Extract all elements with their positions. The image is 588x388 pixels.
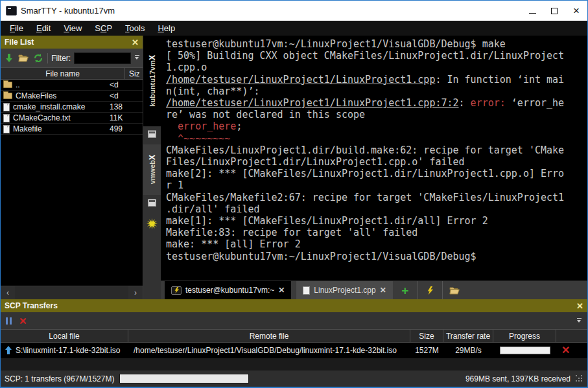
status-traffic-text: 969MB sent, 1397KB received [465, 374, 570, 383]
app-window: SmarTTY - kubuntu17vm × FileEditViewSCPT… [0, 0, 588, 388]
scroll-left-icon[interactable]: ‹ [1, 286, 15, 299]
scp-transfers-panel: SCP Transfers ✕ ✕ Local file Remote file… [1, 299, 587, 371]
download-button[interactable] [3, 53, 15, 63]
toolbar-overflow-icon[interactable] [134, 55, 140, 61]
scp-close-icon[interactable]: ✕ [576, 302, 583, 310]
file-size: 499 [110, 124, 125, 133]
column-spacer [556, 330, 587, 342]
terminal-line: n(int, char**)’: [166, 86, 587, 97]
maximize-icon [551, 8, 558, 14]
session-tab-label: vmweb [148, 160, 156, 184]
column-remote-file[interactable]: Remote file [128, 330, 410, 342]
cancel-row-icon[interactable]: ✕ [561, 345, 570, 356]
minimize-button[interactable] [521, 1, 543, 21]
terminal-line: .dir/all' failed [166, 203, 587, 215]
terminal-line: make[1]: *** [CMakeFiles/LinuxProject1.d… [166, 215, 587, 227]
scroll-track[interactable] [15, 286, 128, 299]
session-tab-label: kubuntu17vm [148, 60, 156, 107]
file-row[interactable]: cmake_install.cmake138 [1, 102, 143, 113]
main-area: File List ✕ Filter: File name [1, 36, 587, 299]
upload-arrow-icon [5, 346, 12, 355]
terminal-line: /home/testuser/LinuxProject1/LinuxProjec… [166, 97, 587, 109]
file-row[interactable]: CMakeFiles<d [1, 91, 143, 102]
sunburst-icon[interactable] [147, 218, 158, 232]
filter-input[interactable] [74, 52, 131, 64]
resize-grip[interactable] [576, 375, 583, 383]
session-tab-close-icon[interactable]: X [148, 155, 157, 160]
menu-item-edit[interactable]: Edit [30, 22, 57, 34]
quick-command-button[interactable] [417, 281, 442, 299]
column-size[interactable]: Size [125, 69, 139, 78]
open-folder-icon [18, 54, 29, 62]
file-row[interactable]: CMakeCache.txt11K [1, 113, 143, 124]
minimize-icon [529, 13, 536, 14]
local-file-path: S:\linuxmint-17.1-kde-32bit.iso [16, 346, 120, 355]
session-tab-close-icon[interactable]: X [148, 55, 157, 60]
console-window-icon [148, 130, 156, 138]
column-local-file[interactable]: Local file [1, 330, 128, 342]
close-button[interactable]: × [565, 1, 587, 21]
terminal-output[interactable]: testuser@kubuntu17vm:~/LinuxProject1/Vis… [161, 36, 587, 280]
file-table-header: File name Size [1, 67, 143, 80]
column-file-name[interactable]: File name [1, 68, 125, 79]
menu-item-help[interactable]: Help [151, 22, 182, 34]
menu-bar: FileEditViewSCPToolsHelp [1, 21, 587, 36]
terminal-line: make: *** [all] Error 2 [166, 238, 587, 250]
column-size[interactable]: Size [410, 330, 443, 342]
cancel-transfer-icon[interactable]: ✕ [19, 316, 27, 326]
transfer-row[interactable]: S:\linuxmint-17.1-kde-32bit.iso /home/te… [1, 343, 587, 358]
transfer-rate: 29MB/s [443, 346, 493, 355]
file-size: <d [110, 80, 125, 89]
window-controls: × [521, 1, 587, 21]
close-icon: × [573, 5, 580, 16]
terminal-line: CMakeFiles/LinuxProject1.dir/build.make:… [166, 144, 587, 156]
column-progress[interactable]: Progress [493, 330, 556, 342]
maximize-button[interactable] [543, 1, 565, 21]
open-folder-button[interactable] [18, 53, 30, 63]
file-icon [3, 114, 10, 122]
file-list-header: File List ✕ [1, 36, 143, 49]
menu-item-file[interactable]: File [3, 22, 30, 34]
scp-panel-header: SCP Transfers ✕ [1, 299, 587, 312]
refresh-button[interactable] [32, 53, 44, 63]
session-tab-strip: kubuntu17vmX vmwebX [143, 36, 161, 299]
tab-terminal-session[interactable]: testuser@kubuntu17vm:~ ✕ [165, 281, 291, 299]
terminal-line: re’ was not declared in this scope [166, 109, 587, 120]
file-name: .. [16, 80, 20, 89]
file-name: CMakeFiles [16, 91, 56, 100]
scroll-right-icon[interactable]: › [128, 286, 143, 299]
tab-close-icon[interactable]: ✕ [380, 286, 386, 295]
refresh-icon [34, 54, 43, 63]
terminal-line: r 1 [166, 179, 587, 191]
tab-close-icon[interactable]: ✕ [278, 286, 285, 295]
open-file-button[interactable] [442, 281, 467, 299]
file-list-hscrollbar[interactable]: ‹ › [1, 286, 143, 299]
tab-label: testuser@kubuntu17vm:~ [185, 286, 274, 295]
terminal-line: make[2]: *** [CMakeFiles/LinuxProject1.d… [166, 168, 587, 179]
filter-label: Filter: [51, 54, 71, 63]
scp-panel-title: SCP Transfers [5, 301, 58, 310]
new-tab-button[interactable]: + [393, 281, 417, 299]
down-arrow-icon [5, 54, 13, 63]
menu-item-tools[interactable]: Tools [119, 22, 151, 34]
file-list-title: File List [5, 38, 34, 47]
terminal-line: error_here; [166, 120, 587, 132]
transfer-progress-bar [500, 347, 550, 354]
session-tab-vmweb[interactable]: vmwebX [143, 144, 161, 195]
file-size: <d [110, 91, 125, 100]
file-row[interactable]: ..<d [1, 80, 143, 91]
pause-icon[interactable] [6, 317, 12, 325]
terminal-column: testuser@kubuntu17vm:~/LinuxProject1/Vis… [161, 36, 587, 299]
menu-item-view[interactable]: View [57, 22, 88, 34]
column-transfer-rate[interactable]: Transfer rate [443, 330, 493, 342]
file-row[interactable]: Makefile499 [1, 124, 143, 135]
file-list-close-icon[interactable]: ✕ [132, 38, 139, 47]
terminal-line: CMakeFiles/Makefile2:67: recipe for targ… [166, 192, 587, 203]
open-folder-icon [449, 286, 460, 295]
document-icon [303, 286, 310, 295]
scp-overflow-icon[interactable] [576, 318, 582, 324]
menu-item-scp[interactable]: SCP [88, 22, 119, 34]
tab-linuxproject1-cpp[interactable]: LinuxProject1.cpp ✕ [296, 281, 392, 299]
session-tab-kubuntu17vm[interactable]: kubuntu17vmX [143, 36, 161, 126]
file-rows: ..<dCMakeFiles<dcmake_install.cmake138CM… [1, 80, 143, 286]
